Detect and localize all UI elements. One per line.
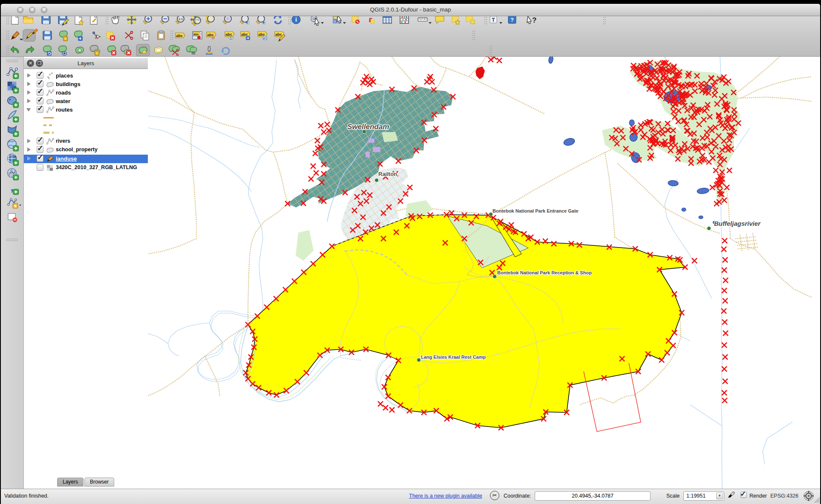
- svg-text:Swellendam: Swellendam: [347, 123, 389, 131]
- svg-text:Lang Elsies Kraal Rest Camp: Lang Elsies Kraal Rest Camp: [421, 354, 486, 360]
- svg-text:Buffeljagsrivier: Buffeljagsrivier: [714, 220, 761, 227]
- svg-text:Railton: Railton: [378, 171, 397, 177]
- svg-text:Bontebok National Park Recepti: Bontebok National Park Reception & Shop: [497, 270, 592, 275]
- svg-text:?: ?: [532, 16, 536, 24]
- svg-text:Bontebok National Park Entranc: Bontebok National Park Entrance Gate: [493, 208, 579, 213]
- svg-text:1:1: 1:1: [179, 17, 183, 20]
